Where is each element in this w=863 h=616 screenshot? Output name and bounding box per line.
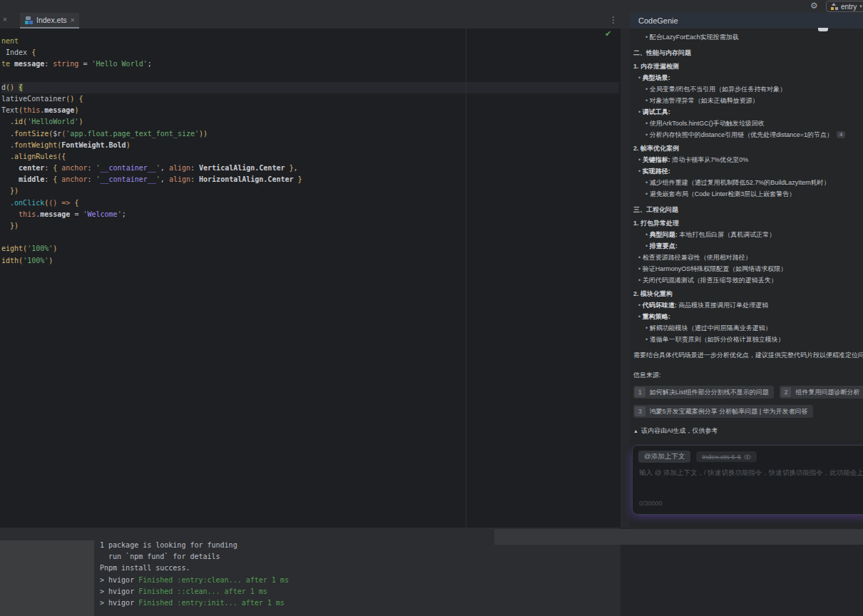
response-bullet: 检查资源路径兼容性（使用相对路径） bbox=[633, 253, 863, 262]
add-context-chip[interactable]: @添加上下文 bbox=[638, 451, 690, 463]
response-heading: 2. 帧率优化案例 bbox=[633, 144, 863, 153]
terminal-line: 1 package is looking for funding bbox=[100, 540, 718, 551]
response-bullet: 解耦功能模块（通过中间层隔离业务逻辑） bbox=[633, 324, 863, 332]
codegenie-header: CodeGenie bbox=[630, 13, 863, 29]
response-heading: 1. 打包异常处理 bbox=[633, 219, 863, 227]
response-bullet: 关键指标: 滑动卡顿率从7%优化至0% bbox=[633, 155, 863, 164]
code-line: }) bbox=[1, 185, 619, 197]
chat-input-placeholder: 输入 @ 添加上下文，/ 快速切换功能指令，快速切换功能指令，此功能会上传代码 bbox=[639, 468, 863, 478]
warning-triangle-icon: ▲ bbox=[633, 428, 638, 433]
source-number: 2 bbox=[781, 387, 792, 397]
module-icon bbox=[831, 3, 838, 10]
editor-guide-line bbox=[466, 29, 466, 528]
code-line: this.message = 'Welcome'; bbox=[1, 209, 619, 220]
response-bullet: 典型问题: 本地打包后白屏（真机调试正常） bbox=[633, 230, 863, 239]
run-sidebar[interactable] bbox=[0, 540, 94, 616]
editor-scrollbar-gutter[interactable] bbox=[621, 29, 630, 528]
terminal-line: > hvigor Finished :entry:clean... after … bbox=[100, 575, 718, 586]
code-line: te message: string = 'Hello World'; bbox=[1, 58, 619, 70]
code-line: idth('100%') bbox=[1, 255, 619, 267]
terminal-line: run `npm fund` for details bbox=[100, 551, 718, 563]
ets-file-icon bbox=[25, 16, 33, 24]
terminal-line: Pnpm install success. bbox=[100, 563, 718, 574]
editor-more-menu-icon[interactable]: ⋮ bbox=[609, 15, 618, 25]
response-bullet: 调试工具: bbox=[633, 108, 863, 116]
source-chip[interactable]: 3鸿蒙5开发宝藏案例分享 分析帧率问题 | 华为开发者问答 bbox=[633, 405, 813, 418]
response-bullet: 分析内存快照中的distance引用链（优先处理distance=1的节点）4 bbox=[633, 130, 863, 139]
left-close-icon[interactable]: × bbox=[3, 16, 7, 24]
response-bullet: 实现路径: bbox=[633, 167, 863, 175]
response-bullet: 关闭代码混淆测试（排查压缩导致的逻辑丢失） bbox=[633, 276, 863, 284]
response-bullet: 遵循单一职责原则（如拆分价格计算独立模块） bbox=[633, 335, 863, 344]
response-bullet: 配合LazyForEach实现按需加载 bbox=[633, 33, 863, 41]
response-bullet: 典型场景: bbox=[633, 73, 863, 82]
char-counter: 0/30000 bbox=[639, 500, 663, 507]
code-line: lativeContainer() { bbox=[1, 93, 619, 105]
tab-close-icon[interactable]: × bbox=[71, 16, 75, 24]
response-bullet: 排查要点: bbox=[633, 242, 863, 250]
response-bullet: 避免嵌套布局（Code Linter检测3层以上嵌套警告） bbox=[633, 190, 863, 198]
context-file-label: Index.ets 6-6 bbox=[702, 453, 741, 461]
chat-input-box[interactable]: @添加上下文 Index.ets 6-6 输入 @ 添加上下文，/ 快速切换功能… bbox=[632, 445, 863, 515]
response-bullet: 代码坏味道: 商品模块直接调用订单处理逻辑 bbox=[633, 301, 863, 309]
run-configuration-selector[interactable]: entry ▾ bbox=[826, 1, 863, 12]
code-line bbox=[1, 71, 619, 82]
editor-tab-index-ets[interactable]: Index.ets × bbox=[20, 13, 79, 29]
response-bullet: 重构策略: bbox=[633, 312, 863, 321]
inspection-ok-check-icon[interactable]: ✔ bbox=[605, 29, 611, 38]
ai-generated-warning: ▲该内容由AI生成，仅供参考 bbox=[633, 426, 863, 436]
response-heading: 1. 内存泄漏检测 bbox=[633, 62, 863, 71]
settings-gear-icon[interactable]: ⚙ bbox=[810, 1, 818, 11]
response-bullet: 使用ArkTools.hintGC()手动触发垃圾回收 bbox=[633, 119, 863, 128]
terminal-line: > hvigor Finished :entry:init... after 1… bbox=[100, 597, 718, 609]
response-bullet: 验证HarmonyOS特殊权限配置（如网络请求权限） bbox=[633, 265, 863, 273]
code-line: }) bbox=[1, 220, 619, 232]
source-chip-row: 3鸿蒙5开发宝藏案例分享 分析帧率问题 | 华为开发者问答 bbox=[633, 405, 863, 418]
source-number: 3 bbox=[635, 406, 645, 416]
code-line: .onClick(() => { bbox=[1, 197, 619, 209]
response-paragraph: 需要结合具体代码场景进一步分析优化点，建议提供完整代码片段以便精准定位问题 bbox=[633, 351, 863, 359]
code-area: nent Index {te message: string = 'Hello … bbox=[1, 36, 619, 267]
eye-icon bbox=[744, 453, 751, 461]
code-line: .fontWeight(FontWeight.Bold) bbox=[1, 140, 619, 151]
source-number: 1 bbox=[635, 387, 645, 397]
tab-label: Index.ets bbox=[36, 16, 67, 24]
chevron-down-icon: ▾ bbox=[859, 4, 862, 9]
codegenie-response: 配合LazyForEach实现按需加载二、性能与内存问题1. 内存泄漏检测典型场… bbox=[633, 30, 863, 436]
response-bullet: 减少组件重建（通过复用机制降低52.7%的BuildLazyItem耗时） bbox=[633, 178, 863, 187]
citation-badge[interactable]: 4 bbox=[837, 131, 845, 138]
terminal-output[interactable]: 1 package is looking for funding run `np… bbox=[100, 540, 718, 609]
code-line: Index { bbox=[1, 47, 619, 58]
response-heading: 二、性能与内存问题 bbox=[633, 48, 863, 57]
terminal-line: > hvigor Finished ::clean... after 1 ms bbox=[100, 586, 718, 597]
code-editor[interactable]: nent Index {te message: string = 'Hello … bbox=[0, 29, 621, 528]
context-file-chip[interactable]: Index.ets 6-6 bbox=[696, 451, 757, 462]
code-line: eight('100%') bbox=[1, 243, 619, 255]
codegenie-title: CodeGenie bbox=[630, 16, 678, 25]
sources-label: 信息来源: bbox=[633, 371, 863, 379]
response-heading: 三、工程化问题 bbox=[633, 205, 863, 214]
code-line: d() { bbox=[1, 82, 619, 93]
code-line: .id('HelloWorld') bbox=[1, 116, 619, 128]
source-chip[interactable]: 2组件复用问题诊断分析 bbox=[780, 386, 863, 399]
code-line: middle: { anchor: '__container__', align… bbox=[1, 174, 619, 185]
response-heading: 2. 模块化重构 bbox=[633, 289, 863, 298]
code-line: nent bbox=[1, 36, 619, 47]
run-configuration-label: entry bbox=[841, 3, 857, 11]
code-line: center: { anchor: '__container__', align… bbox=[1, 163, 619, 174]
response-bullet: 全局变量/闭包不当引用（如异步任务持有对象） bbox=[633, 85, 863, 93]
source-chip[interactable]: 1如何解决List组件部分分割线不显示的问题 bbox=[633, 386, 774, 399]
source-chip-row: 1如何解决List组件部分分割线不显示的问题2组件复用问题诊断分析 bbox=[633, 386, 863, 399]
code-line: .fontSize($r('app.float.page_text_font_s… bbox=[1, 128, 619, 140]
response-bullet: 对象池管理异常（如未正确释放资源） bbox=[633, 96, 863, 105]
code-line: Text(this.message) bbox=[1, 105, 619, 116]
code-line: .alignRules({ bbox=[1, 151, 619, 163]
code-line bbox=[1, 232, 619, 243]
main-toolbar bbox=[0, 0, 863, 13]
